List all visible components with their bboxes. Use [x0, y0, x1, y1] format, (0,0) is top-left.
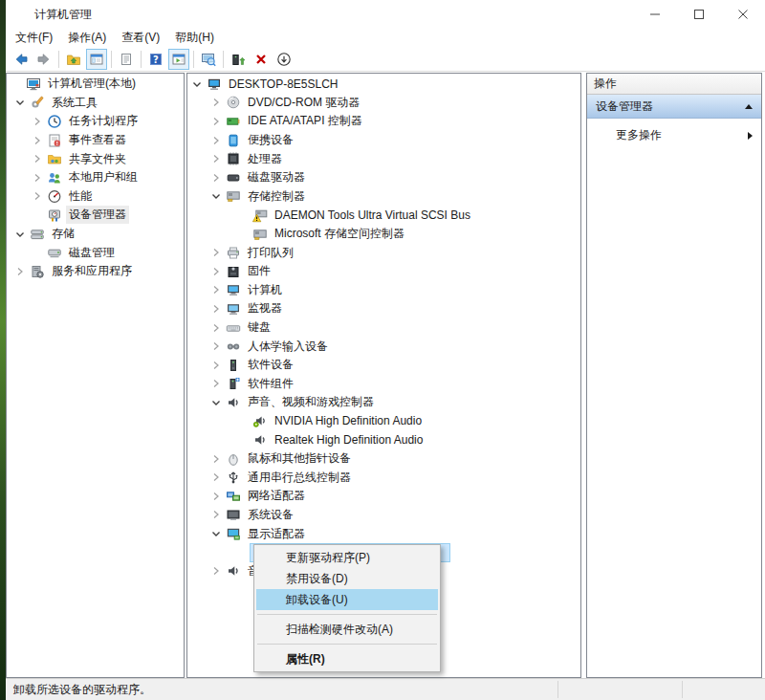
tree-item-label: 服务和应用程序	[49, 262, 135, 280]
chevron-right-icon[interactable]	[208, 564, 224, 578]
chevron-right-icon[interactable]	[30, 115, 45, 128]
show-action-pane-button[interactable]	[168, 49, 189, 70]
tree-item-content: 磁盘驱动器	[224, 167, 310, 187]
context-menu-item[interactable]: 扫描检测硬件改动(A)	[256, 619, 438, 640]
tree-item[interactable]: 磁盘驱动器	[187, 168, 580, 187]
action-pane-section-header[interactable]: 设备管理器	[587, 95, 761, 119]
help-button[interactable]: ?	[145, 49, 166, 70]
context-menu-item[interactable]: 禁用设备(D)	[256, 568, 438, 589]
context-menu-item[interactable]: 更新驱动程序(P)	[256, 547, 438, 568]
update-driver-button[interactable]	[228, 49, 249, 70]
toolbar-separator	[141, 51, 142, 68]
tree-item[interactable]: 软件设备	[187, 356, 580, 375]
chevron-right-icon[interactable]	[208, 470, 224, 484]
tree-item[interactable]: 计算机	[187, 281, 580, 300]
tree-item[interactable]: 任务计划程序	[7, 112, 184, 131]
chevron-down-icon[interactable]	[208, 396, 224, 409]
chevron-right-icon[interactable]	[208, 452, 224, 466]
close-button[interactable]	[721, 0, 765, 29]
tree-item[interactable]: 存储	[7, 225, 184, 244]
chevron-down-icon[interactable]	[12, 228, 28, 241]
tree-item[interactable]: 磁盘管理	[7, 243, 184, 262]
tree-item[interactable]: 系统设备	[187, 506, 580, 525]
tree-item-label: 人体学输入设备	[245, 338, 331, 356]
tree-item[interactable]: 鼠标和其他指针设备	[187, 449, 580, 469]
tree-item[interactable]: 监视器	[187, 299, 580, 318]
tree-item[interactable]: DVD/CD-ROM 驱动器	[187, 94, 580, 113]
menu-item[interactable]: 操作(A)	[60, 28, 114, 48]
chevron-right-icon[interactable]	[208, 152, 224, 165]
tree-item[interactable]: DAEMON Tools Ultra Virtual SCSI Bus	[187, 206, 580, 225]
chevron-down-icon[interactable]	[12, 96, 28, 109]
tree-item[interactable]: 处理器	[187, 149, 580, 168]
tree-item[interactable]: 设备管理器	[7, 206, 184, 225]
chevron-right-icon[interactable]	[208, 302, 224, 316]
maximize-button[interactable]	[677, 0, 721, 29]
chevron-down-icon[interactable]	[208, 189, 224, 203]
tree-item[interactable]: 显示适配器	[187, 524, 580, 543]
properties-list-button[interactable]	[116, 49, 137, 70]
disable-button[interactable]	[273, 49, 295, 70]
context-menu-separator	[257, 614, 437, 615]
tree-item[interactable]: Microsoft 存储空间控制器	[187, 225, 580, 244]
chevron-down-icon[interactable]	[189, 77, 205, 91]
chevron-right-icon[interactable]	[208, 246, 224, 259]
tree-item-label: 设备管理器	[66, 206, 129, 224]
tree-item[interactable]: 声音、视频和游戏控制器	[187, 393, 580, 412]
up-one-level-button[interactable]	[63, 49, 84, 70]
context-menu-item[interactable]: 卸载设备(U)	[256, 589, 438, 610]
chevron-right-icon[interactable]	[208, 339, 224, 353]
show-console-tree-button[interactable]	[86, 49, 107, 70]
back-button[interactable]	[11, 49, 32, 70]
tree-item[interactable]: 本地用户和组	[7, 168, 184, 187]
chevron-right-icon[interactable]	[208, 134, 224, 147]
tree-item[interactable]: 性能	[7, 187, 184, 207]
computer-management-icon	[26, 77, 41, 92]
tree-item[interactable]: DESKTOP-8E5SLCH	[187, 75, 580, 94]
menu-item[interactable]: 帮助(H)	[167, 28, 222, 48]
chevron-right-icon[interactable]	[12, 265, 28, 278]
chevron-right-icon[interactable]	[208, 283, 224, 296]
tree-item[interactable]: 人体学输入设备	[187, 337, 580, 356]
tree-item[interactable]: 键盘	[187, 318, 580, 338]
chevron-right-icon[interactable]	[30, 134, 45, 147]
chevron-right-icon[interactable]	[208, 321, 224, 335]
tree-item[interactable]: 固件	[187, 262, 580, 281]
more-actions-item[interactable]: 更多操作	[587, 119, 761, 143]
collapse-icon[interactable]	[745, 104, 753, 109]
chevron-right-icon[interactable]	[208, 490, 224, 503]
minimize-button[interactable]	[633, 0, 677, 29]
chevron-right-icon[interactable]	[30, 152, 45, 165]
chevron-right-icon[interactable]	[208, 265, 224, 278]
tree-item[interactable]: 存储控制器	[187, 187, 580, 207]
chevron-right-icon[interactable]	[208, 377, 224, 390]
chevron-right-icon[interactable]	[208, 508, 224, 521]
tree-item[interactable]: Realtek High Definition Audio	[187, 430, 580, 449]
tree-item[interactable]: 网络适配器	[187, 487, 580, 506]
context-menu-item[interactable]: 属性(R)	[256, 648, 438, 669]
tree-item[interactable]: 通用串行总线控制器	[187, 468, 580, 487]
tree-item[interactable]: IDE ATA/ATAPI 控制器	[187, 112, 580, 131]
menu-item[interactable]: 文件(F)	[8, 28, 60, 48]
tree-item[interactable]: 软件组件	[187, 375, 580, 394]
chevron-right-icon[interactable]	[30, 171, 45, 185]
uninstall-button[interactable]	[251, 49, 272, 70]
menu-item[interactable]: 查看(V)	[114, 28, 167, 48]
tree-item[interactable]: 事件查看器	[7, 131, 184, 150]
tree-item[interactable]: 系统工具	[7, 94, 184, 113]
tree-item[interactable]: 打印队列	[187, 243, 580, 262]
tree-item[interactable]: 便携设备	[187, 131, 580, 150]
chevron-right-icon[interactable]	[30, 189, 45, 203]
tree-item-content: 事件查看器	[45, 130, 131, 150]
chevron-right-icon[interactable]	[208, 96, 224, 109]
tree-item[interactable]: 计算机管理(本地)	[7, 75, 184, 94]
chevron-right-icon[interactable]	[208, 115, 224, 128]
chevron-right-icon[interactable]	[208, 359, 224, 372]
chevron-right-icon[interactable]	[208, 171, 224, 185]
scan-hardware-changes-button[interactable]	[198, 49, 219, 70]
chevron-down-icon[interactable]	[208, 527, 224, 540]
forward-button[interactable]	[33, 49, 55, 70]
tree-item[interactable]: 共享文件夹	[7, 149, 184, 168]
tree-item[interactable]: 服务和应用程序	[7, 262, 184, 281]
tree-item[interactable]: NVIDIA High Definition Audio	[187, 412, 580, 431]
